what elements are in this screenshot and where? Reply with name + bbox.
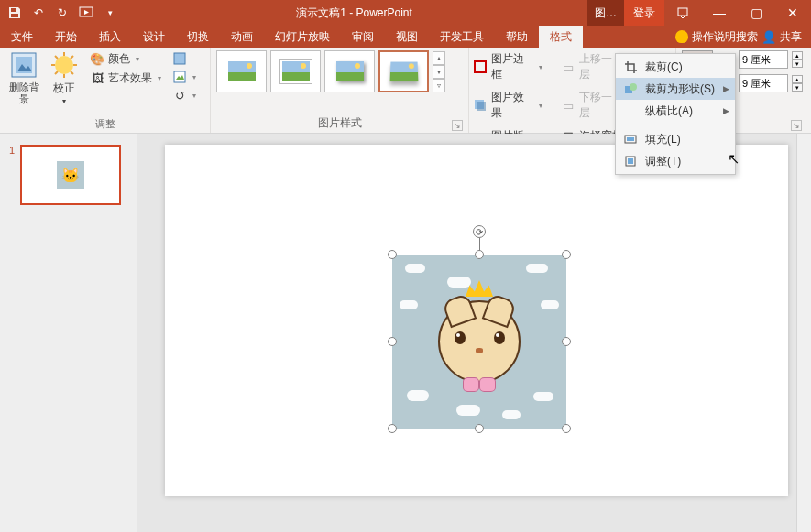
style-item-4[interactable] <box>378 50 429 92</box>
menu-crop[interactable]: 裁剪(C) <box>616 56 735 78</box>
rotation-line <box>479 238 480 251</box>
tell-me-label: 操作说明搜索 <box>692 29 758 45</box>
close-icon[interactable]: ✕ <box>774 0 811 26</box>
start-slideshow-icon[interactable] <box>75 2 97 24</box>
width-input[interactable] <box>739 74 788 92</box>
remove-background-button[interactable]: 删除背景 <box>5 50 42 105</box>
resize-handle-bm[interactable] <box>475 424 484 433</box>
tab-design[interactable]: 设计 <box>132 26 176 48</box>
height-up-icon[interactable]: ▴ <box>792 51 803 60</box>
share-button[interactable]: 👤共享 <box>762 29 802 45</box>
picture-border-button[interactable]: 图片边框▾ <box>469 50 546 83</box>
context-tab-label: 图… <box>587 0 624 26</box>
tab-view[interactable]: 视图 <box>385 26 429 48</box>
menu-crop-to-shape[interactable]: 裁剪为形状(S)▶ <box>616 78 735 100</box>
ribbon-tabs: 文件 开始 插入 设计 切换 动画 幻灯片放映 审阅 视图 开发工具 帮助 格式… <box>0 26 811 48</box>
svg-line-11 <box>55 56 58 59</box>
width-down-icon[interactable]: ▾ <box>792 83 803 92</box>
tab-help[interactable]: 帮助 <box>495 26 539 48</box>
tab-home[interactable]: 开始 <box>44 26 88 48</box>
undo-icon[interactable]: ↶ <box>27 2 49 24</box>
gallery-down-icon[interactable]: ▾ <box>433 65 445 79</box>
bow-decoration <box>463 377 496 392</box>
corrections-button[interactable]: 校正▾ <box>46 50 82 107</box>
bring-forward-icon: ▭ <box>561 60 575 74</box>
height-down-icon[interactable]: ▾ <box>792 60 803 68</box>
width-up-icon[interactable]: ▴ <box>792 75 803 83</box>
menu-fill[interactable]: 填充(L) <box>616 128 735 150</box>
lightbulb-icon <box>675 30 688 43</box>
svg-line-12 <box>71 71 73 74</box>
menu-fit[interactable]: 调整(T) <box>616 150 735 172</box>
tab-slideshow[interactable]: 幻灯片放映 <box>264 26 341 48</box>
crop-menu-icon <box>623 60 638 74</box>
compress-icon <box>172 51 187 66</box>
svg-line-13 <box>55 71 58 74</box>
qat-customize-icon[interactable]: ▾ <box>99 2 121 24</box>
thumbnail-number: 1 <box>9 145 15 205</box>
artistic-effects-button[interactable]: 🖼艺术效果▾ <box>86 70 165 87</box>
picture-styles-gallery[interactable]: ▴ ▾ ▿ <box>216 50 445 92</box>
svg-rect-17 <box>475 61 486 72</box>
minimize-icon[interactable]: ― <box>701 0 738 26</box>
change-picture-button[interactable]: ▾ <box>169 69 200 85</box>
effects-icon <box>473 98 488 113</box>
svg-rect-15 <box>174 53 185 64</box>
color-button[interactable]: 🎨颜色▾ <box>86 50 165 68</box>
styles-launcher-icon[interactable]: ↘ <box>452 120 463 131</box>
style-item-3[interactable] <box>324 50 375 92</box>
artistic-icon: 🖼 <box>90 71 104 86</box>
reset-picture-button[interactable]: ↺▾ <box>169 87 200 103</box>
fill-icon <box>623 132 638 147</box>
share-label: 共享 <box>780 29 802 45</box>
gallery-more-icon[interactable]: ▿ <box>433 79 445 92</box>
maximize-icon[interactable]: ▢ <box>738 0 774 26</box>
tab-transition[interactable]: 切换 <box>176 26 220 48</box>
tab-insert[interactable]: 插入 <box>88 26 132 48</box>
resize-handle-ml[interactable] <box>388 337 397 346</box>
selected-image[interactable]: ⟳ <box>392 255 566 429</box>
style-item-1[interactable] <box>216 50 267 92</box>
tell-me-search[interactable]: 操作说明搜索 <box>675 29 758 45</box>
save-icon[interactable] <box>4 2 26 24</box>
menu-aspect-ratio[interactable]: 纵横比(A)▶ <box>616 100 735 122</box>
tab-format[interactable]: 格式 <box>539 26 583 48</box>
height-input[interactable] <box>739 50 788 69</box>
change-picture-icon <box>172 70 187 84</box>
redo-icon[interactable]: ↻ <box>51 2 73 24</box>
tab-file[interactable]: 文件 <box>0 26 44 48</box>
image-content <box>392 255 566 429</box>
vertical-scrollbar[interactable] <box>796 134 811 532</box>
title-bar: ↶ ↻ ▾ 演示文稿1 - PowerPoint 图… 登录 ― ▢ ✕ <box>0 0 811 26</box>
thumbnail-image: 🐱 <box>57 161 84 189</box>
login-button[interactable]: 登录 <box>624 0 664 26</box>
size-launcher-icon[interactable]: ↘ <box>791 120 802 131</box>
rotation-handle[interactable]: ⟳ <box>473 225 486 238</box>
picture-effects-button[interactable]: 图片效果▾ <box>469 89 546 122</box>
svg-rect-28 <box>628 158 633 164</box>
submenu-arrow-icon: ▶ <box>723 106 729 115</box>
tab-dev[interactable]: 开发工具 <box>429 26 495 48</box>
resize-handle-bl[interactable] <box>388 424 397 433</box>
svg-rect-26 <box>627 137 634 141</box>
resize-handle-tr[interactable] <box>562 250 571 259</box>
ribbon-options-icon[interactable] <box>664 0 701 26</box>
tab-animation[interactable]: 动画 <box>220 26 264 48</box>
workspace: 1 🐱 <box>0 134 811 532</box>
window-controls: ― ▢ ✕ <box>664 0 811 26</box>
group-label-adjust: 调整 <box>5 117 204 133</box>
svg-rect-0 <box>11 8 16 12</box>
tab-review[interactable]: 审阅 <box>341 26 385 48</box>
style-item-2[interactable] <box>270 50 321 92</box>
slide[interactable]: ⟳ <box>165 145 788 496</box>
svg-rect-3 <box>678 8 687 16</box>
cat-face <box>438 300 521 383</box>
resize-handle-tm[interactable] <box>475 250 484 259</box>
resize-handle-tl[interactable] <box>388 250 397 259</box>
compress-button[interactable] <box>169 50 200 67</box>
slide-thumbnail-1[interactable]: 🐱 <box>20 145 121 205</box>
resize-handle-mr[interactable] <box>562 337 571 346</box>
gallery-up-icon[interactable]: ▴ <box>433 51 445 65</box>
resize-handle-br[interactable] <box>562 424 571 433</box>
slide-canvas-area[interactable]: ⟳ <box>137 134 796 532</box>
